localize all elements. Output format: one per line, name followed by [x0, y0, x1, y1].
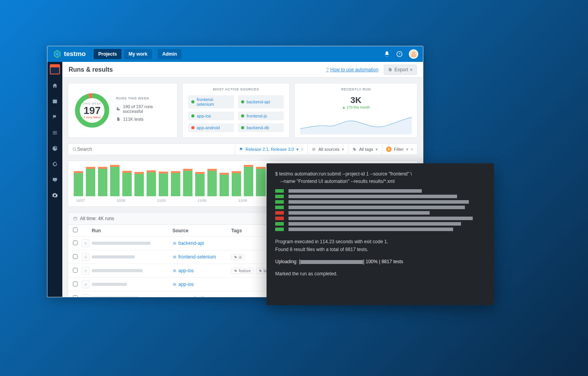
- sidebar-item-sessions[interactable]: [51, 175, 59, 184]
- brand-logo[interactable]: testmo: [53, 50, 86, 58]
- sidebar-item-settings[interactable]: [51, 191, 59, 200]
- filter-more[interactable]: 2 Filter▾×: [382, 143, 417, 155]
- sidebar-item-automation[interactable]: [51, 160, 59, 168]
- export-button[interactable]: Export▾: [384, 65, 417, 75]
- nav-projects[interactable]: Projects: [94, 49, 122, 59]
- terminal-cmd-line: $ testmo automation:run:submit --project…: [275, 170, 485, 178]
- chart-bar: [207, 169, 217, 196]
- bell-icon[interactable]: [384, 51, 390, 57]
- col-run[interactable]: Run: [92, 228, 172, 233]
- card-recently-run: RECENTLY RUN 3K ▲ 170 this month: [294, 83, 417, 138]
- row-settings-button[interactable]: [82, 267, 89, 275]
- col-source[interactable]: Source: [172, 228, 231, 233]
- export-icon: [388, 67, 392, 72]
- filter-sources[interactable]: All sources▾: [308, 143, 348, 155]
- terminal-result-row: [275, 222, 485, 226]
- terminal-output: Program executed in 114.23 seconds with …: [275, 238, 485, 246]
- file-icon: [116, 117, 121, 121]
- status-dot: [191, 114, 194, 118]
- source-name: backend-db: [247, 125, 269, 130]
- svg-point-17: [85, 257, 86, 258]
- tests-stat: 111K tests: [123, 117, 143, 121]
- tag-icon: [352, 147, 357, 152]
- source-chip[interactable]: backend-db: [238, 123, 284, 132]
- sidebar: [47, 62, 62, 297]
- sidebar-item-project[interactable]: [50, 64, 60, 74]
- brand-name: testmo: [64, 50, 86, 58]
- row-settings-button[interactable]: [82, 253, 89, 261]
- filter-milestone[interactable]: ⚑Release 2.1, Release 3.0▾×: [235, 143, 308, 155]
- recent-value: 3K: [300, 95, 412, 105]
- chart-bar: [183, 169, 192, 196]
- row-settings-button[interactable]: [82, 294, 89, 297]
- row-checkbox[interactable]: [73, 282, 78, 286]
- terminal-output: Marked the run as completed.: [275, 270, 485, 278]
- svg-text:?: ?: [399, 52, 401, 56]
- nav-mywork[interactable]: My work: [124, 49, 152, 59]
- source-name: frontend-js: [247, 114, 267, 118]
- source-link[interactable]: frontend-selenium: [172, 254, 231, 260]
- card-sources: MOST ACTIVE SOURCES frontend-seleniumbac…: [182, 83, 290, 138]
- nav-admin[interactable]: Admin: [158, 49, 181, 59]
- svg-rect-10: [312, 149, 315, 149]
- help-icon[interactable]: ?: [396, 51, 403, 57]
- recent-delta: ▲ 170 this month: [300, 105, 412, 109]
- source-icon: [172, 241, 177, 246]
- row-settings-button[interactable]: [82, 280, 89, 288]
- progress-bar: [300, 260, 363, 264]
- source-icon: [172, 269, 177, 273]
- sidebar-item-repos[interactable]: [51, 97, 59, 106]
- row-checkbox[interactable]: [73, 268, 78, 273]
- source-chip[interactable]: app-ios: [188, 112, 234, 120]
- svg-rect-3: [53, 178, 57, 181]
- sources-title: MOST ACTIVE SOURCES: [188, 87, 284, 91]
- svg-rect-23: [173, 270, 176, 271]
- svg-rect-19: [173, 257, 176, 257]
- row-checkbox[interactable]: [73, 254, 78, 259]
- sidebar-item-milestones[interactable]: [51, 113, 59, 121]
- row-checkbox[interactable]: [73, 295, 78, 297]
- chart-bar: [98, 167, 107, 196]
- terminal-window: $ testmo automation:run:submit --project…: [267, 163, 494, 305]
- status-dot: [241, 114, 244, 118]
- sparkline-chart: [300, 112, 412, 134]
- source-icon: [172, 296, 177, 297]
- terminal-result-row: [275, 200, 485, 204]
- sidebar-item-reports[interactable]: [51, 144, 59, 153]
- chart-bar: [171, 171, 180, 196]
- row-checkbox[interactable]: [73, 240, 78, 245]
- search-input[interactable]: [77, 146, 231, 152]
- close-icon[interactable]: ×: [301, 147, 303, 152]
- chart-bar: [86, 167, 95, 196]
- source-chip[interactable]: backend-api: [238, 95, 284, 108]
- terminal-upload-line: Uploading: [] 100% | 8817 tests: [275, 258, 485, 266]
- source-chip[interactable]: frontend-js: [238, 112, 284, 120]
- select-all-checkbox[interactable]: [73, 228, 78, 232]
- sidebar-item-home[interactable]: [51, 81, 59, 90]
- row-settings-button[interactable]: [82, 239, 89, 247]
- user-avatar[interactable]: [409, 49, 418, 59]
- close-icon[interactable]: ×: [411, 147, 413, 152]
- search-box[interactable]: [68, 143, 235, 155]
- source-chip[interactable]: app-android: [188, 123, 234, 132]
- svg-rect-24: [173, 271, 176, 271]
- sidebar-item-runs[interactable]: [51, 128, 59, 137]
- filter-tags[interactable]: All tags▾: [348, 143, 382, 155]
- run-name-placeholder: [92, 269, 143, 272]
- run-name-placeholder: [92, 283, 127, 286]
- help-link[interactable]: ?How to use automation: [326, 67, 378, 72]
- source-link[interactable]: app-android: [172, 295, 231, 297]
- source-link[interactable]: app-ios: [172, 268, 231, 273]
- svg-rect-4: [54, 181, 56, 181]
- page-title: Runs & results: [69, 66, 113, 73]
- run-name-placeholder: [92, 255, 135, 258]
- source-chip[interactable]: frontend-selenium: [188, 95, 234, 108]
- svg-rect-22: [173, 269, 176, 270]
- status-dot: [191, 126, 194, 129]
- chart-bar: [74, 171, 83, 196]
- tag-chip[interactable]: ui: [231, 254, 245, 260]
- source-link[interactable]: backend-api: [172, 240, 231, 246]
- svg-rect-15: [173, 243, 176, 243]
- tag-chip[interactable]: feature: [231, 268, 254, 274]
- source-link[interactable]: app-ios: [172, 282, 231, 287]
